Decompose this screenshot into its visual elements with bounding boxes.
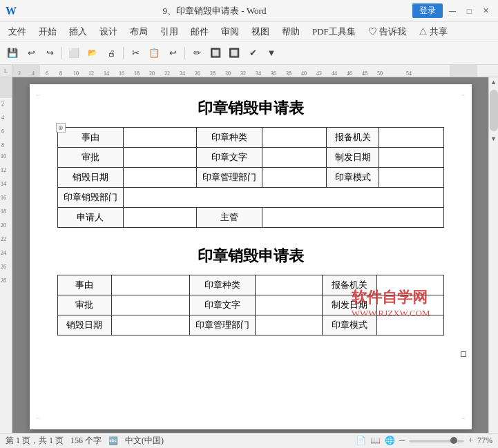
toolbar: 💾 ↩ ↪ ⬜ 📂 🖨 ✂ 📋 ↩ ✏ 🔲 🔲 ✔ ▼: [0, 41, 498, 65]
vertical-scrollbar[interactable]: ▲ ▼: [488, 77, 498, 433]
menu-view[interactable]: 视图: [246, 23, 275, 40]
tool-box2[interactable]: 🔲: [226, 45, 242, 61]
menu-design[interactable]: 设计: [94, 23, 123, 40]
format-paint[interactable]: ✏: [189, 45, 205, 61]
cell-label: 报备机关: [323, 275, 376, 295]
cell-label: 印章种类: [196, 128, 262, 148]
tool-dropdown[interactable]: ▼: [263, 45, 280, 61]
cell-value[interactable]: [262, 148, 326, 168]
title-bar: W 9、印章销毁申请表 - Word 登录 ─ □ ✕: [0, 0, 498, 22]
cell-label: 事由: [57, 128, 123, 148]
title-bar-controls: 登录 ─ □ ✕: [412, 3, 492, 18]
paste-tool[interactable]: ↩: [164, 45, 181, 61]
close-button[interactable]: ✕: [479, 4, 492, 18]
cell-value[interactable]: [379, 128, 443, 148]
table-row: 印章销毁部门: [57, 188, 443, 208]
login-button[interactable]: 登录: [412, 3, 443, 18]
cell-label: 制发日期: [323, 295, 376, 315]
vertical-ruler: 2 4 6 8 10 12 14 16 18 20 22 24 26 28: [0, 77, 12, 433]
status-left: 第 1 页，共 1 页 156 个字 🔤 中文(中国): [6, 435, 164, 447]
save-tool[interactable]: 💾: [4, 45, 21, 61]
tool-box1[interactable]: 🔲: [207, 45, 224, 61]
cut-tool[interactable]: ✂: [127, 45, 144, 61]
title-bar-left: W: [6, 5, 17, 17]
table-resize-handle[interactable]: [461, 351, 466, 357]
ruler-corner[interactable]: L: [0, 65, 12, 77]
cell-value[interactable]: [123, 168, 196, 188]
cell-value[interactable]: [111, 295, 190, 315]
undo-tool[interactable]: ↩: [23, 45, 39, 61]
cell-label: 主管: [196, 208, 262, 228]
cell-value[interactable]: [123, 188, 443, 208]
cell-label: 制发日期: [327, 148, 379, 168]
cell-label: 事由: [57, 275, 111, 295]
table-row: 事由 印章种类 报备机关: [57, 128, 443, 148]
menu-home[interactable]: 开始: [33, 23, 62, 40]
view-read-icon[interactable]: 📖: [370, 436, 381, 446]
lang-icon: 🔤: [108, 436, 118, 445]
cell-value[interactable]: [379, 148, 443, 168]
cell-value[interactable]: [256, 295, 323, 315]
cell-value[interactable]: [123, 208, 196, 228]
word-count: 156 个字: [70, 435, 102, 447]
menu-tell[interactable]: ♡ 告诉我: [363, 23, 412, 40]
cell-value[interactable]: [262, 168, 326, 188]
cell-label: 印章模式: [323, 315, 376, 335]
table-row: 审批 印章文字 制发日期: [57, 148, 443, 168]
new-tool[interactable]: ⬜: [66, 45, 82, 61]
cell-value[interactable]: [376, 315, 443, 335]
cell-label: 销毁日期: [57, 168, 123, 188]
cell-value[interactable]: [262, 208, 443, 228]
toolbar-separator-3: [184, 47, 185, 59]
menu-insert[interactable]: 插入: [64, 23, 93, 40]
form-table-2: 事由 印章种类 报备机关 审批 印章文字 制发日期: [57, 275, 444, 335]
cell-label: 报备机关: [327, 128, 379, 148]
print-tool[interactable]: 🖨: [103, 45, 119, 61]
cell-value[interactable]: [376, 295, 443, 315]
zoom-in-btn[interactable]: +: [468, 436, 473, 446]
cell-label: 审批: [57, 295, 111, 315]
cell-label: 印章模式: [327, 168, 379, 188]
status-bar: 第 1 页，共 1 页 156 个字 🔤 中文(中国) 📄 📖 🌐 ─ + 77…: [0, 433, 498, 448]
tool-check[interactable]: ✔: [245, 45, 261, 61]
input-method: 中文(中国): [125, 435, 164, 447]
cell-value[interactable]: [376, 275, 443, 295]
menu-review[interactable]: 审阅: [216, 23, 245, 40]
view-web-icon[interactable]: 🌐: [385, 436, 395, 446]
menu-mailings[interactable]: 邮件: [185, 23, 214, 40]
cell-value[interactable]: [256, 275, 323, 295]
menu-help[interactable]: 帮助: [276, 23, 305, 40]
minimize-button[interactable]: ─: [446, 4, 459, 18]
toolbar-separator-2: [123, 47, 124, 59]
app-icon: W: [6, 5, 17, 17]
menu-references[interactable]: 引用: [155, 23, 184, 40]
zoom-out-btn[interactable]: ─: [399, 436, 405, 446]
view-normal-icon[interactable]: 📄: [356, 436, 366, 446]
document-area[interactable]: ⌐ ⌐ ⌐ ⌐ ⊕ 印章销毁申请表 事由 印章种类 报备机关: [12, 77, 488, 433]
copy-tool[interactable]: 📋: [146, 45, 162, 61]
page-info: 第 1 页，共 1 页: [6, 435, 64, 447]
restore-button[interactable]: □: [462, 4, 476, 18]
cell-value[interactable]: [256, 315, 323, 335]
table-move-handle[interactable]: ⊕: [56, 123, 66, 133]
cell-label: 印章文字: [190, 295, 256, 315]
cell-label: 审批: [57, 148, 123, 168]
cell-value[interactable]: [379, 168, 443, 188]
menu-pdf[interactable]: PDF工具集: [307, 23, 361, 40]
zoom-slider[interactable]: [409, 440, 464, 442]
zoom-level: 77%: [477, 436, 492, 446]
open-tool[interactable]: 📂: [84, 45, 101, 61]
menu-bar: 文件 开始 插入 设计 布局 引用 邮件 审阅 视图 帮助 PDF工具集 ♡ 告…: [0, 22, 498, 41]
cell-value[interactable]: [111, 275, 190, 295]
zoom-thumb[interactable]: [450, 437, 457, 444]
cell-value[interactable]: [262, 128, 326, 148]
main-area: 2 4 6 8 10 12 14 16 18 20 22 24 26 28 ⌐ …: [0, 77, 498, 433]
cell-value[interactable]: [111, 315, 190, 335]
cell-label: 印章销毁部门: [57, 188, 123, 208]
cell-value[interactable]: [123, 148, 196, 168]
cell-value[interactable]: [123, 128, 196, 148]
redo-tool[interactable]: ↪: [41, 45, 58, 61]
menu-file[interactable]: 文件: [3, 23, 32, 40]
menu-layout[interactable]: 布局: [124, 23, 153, 40]
menu-share[interactable]: △ 共享: [413, 23, 453, 40]
